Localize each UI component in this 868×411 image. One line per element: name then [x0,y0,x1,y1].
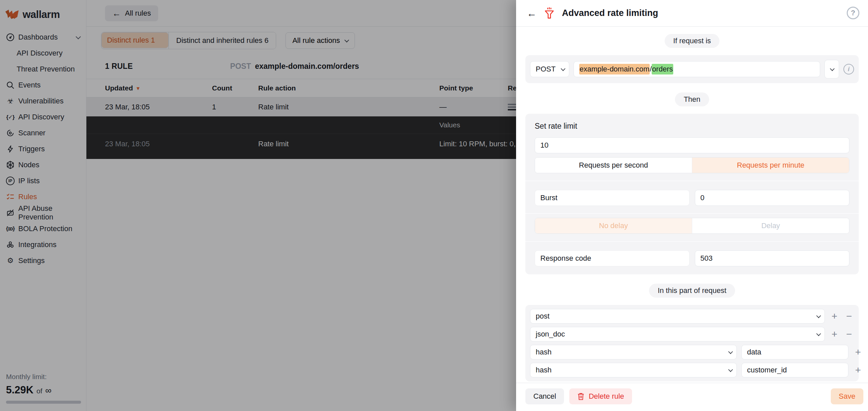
method-select[interactable]: POST [530,61,569,77]
request-part-card: post + − json_doc + − hash [525,305,859,381]
part-row-post: post + − [530,309,854,324]
add-part-icon[interactable]: + [830,311,839,321]
trash-icon [577,392,585,400]
part-key-input-customer-id[interactable] [741,363,848,377]
no-delay-option[interactable]: No delay [535,218,692,233]
url-input[interactable]: example-domain.com/orders [574,61,820,77]
info-icon[interactable]: i [843,64,854,75]
part-row-json-doc: json_doc + − [530,327,854,342]
requests-per-second-option[interactable]: Requests per second [535,157,692,173]
burst-input[interactable] [695,190,850,206]
add-part-icon[interactable]: + [853,365,863,375]
part-select-json-doc[interactable]: json_doc [530,327,825,342]
add-part-icon[interactable]: + [853,347,863,357]
help-icon[interactable]: ? [847,7,859,19]
set-rate-limit-title: Set rate limit [535,122,849,131]
url-host-highlight: example-domain.com [579,64,650,75]
panel-title: Advanced rate limiting [562,8,658,18]
save-button[interactable]: Save [831,388,863,404]
if-request-is-pill: If request is [664,34,720,48]
then-pill: Then [675,92,709,107]
chevron-down-icon [816,314,821,318]
requests-per-minute-option[interactable]: Requests per minute [692,157,849,173]
cancel-button[interactable]: Cancel [525,388,564,404]
panel-back-button[interactable]: ← [527,8,537,18]
remove-part-icon[interactable]: − [844,311,854,321]
chevron-down-icon [728,350,733,354]
part-select-hash-2[interactable]: hash [530,363,737,377]
chevron-down-icon [728,368,733,372]
chevron-down-icon [830,66,834,71]
delay-toggle: No delay Delay [535,218,849,234]
drawer-backdrop[interactable] [0,0,516,411]
panel-header: ← Advanced rate limiting ? [516,0,868,27]
add-part-icon[interactable]: + [830,329,839,339]
set-rate-limit-card: Set rate limit Requests per second Reque… [525,114,859,274]
in-this-part-pill: In this part of request [649,284,735,298]
part-select-hash-1[interactable]: hash [530,345,737,359]
response-code-label: Response code [535,251,689,266]
wallarm-app: wallarm Dashboards API Discovery Threat … [0,0,868,411]
rate-limit-input[interactable] [535,137,849,153]
panel-footer: Cancel Delete rule Save [516,383,868,411]
response-code-input[interactable] [695,251,850,266]
expand-condition-button[interactable] [825,60,839,79]
part-row-hash-customer-id: hash + − [530,363,854,377]
condition-group: POST example-domain.com/orders i [525,55,859,83]
advanced-rate-limiting-panel: ← Advanced rate limiting ? If request is… [516,0,868,411]
burst-label: Burst [535,190,689,206]
delete-rule-button[interactable]: Delete rule [569,388,632,404]
rate-limit-funnel-icon [544,7,555,19]
panel-body: If request is POST example-domain.com/or… [516,27,868,383]
part-select-post[interactable]: post [530,309,825,324]
rate-unit-toggle: Requests per second Requests per minute [535,157,849,173]
part-row-hash-data: hash + − [530,345,854,359]
remove-part-icon[interactable]: − [844,329,854,339]
part-key-input-data[interactable] [741,345,848,359]
url-path-highlight: orders [652,64,673,75]
delay-option[interactable]: Delay [692,218,849,233]
chevron-down-icon [561,66,565,71]
chevron-down-icon [816,331,821,336]
